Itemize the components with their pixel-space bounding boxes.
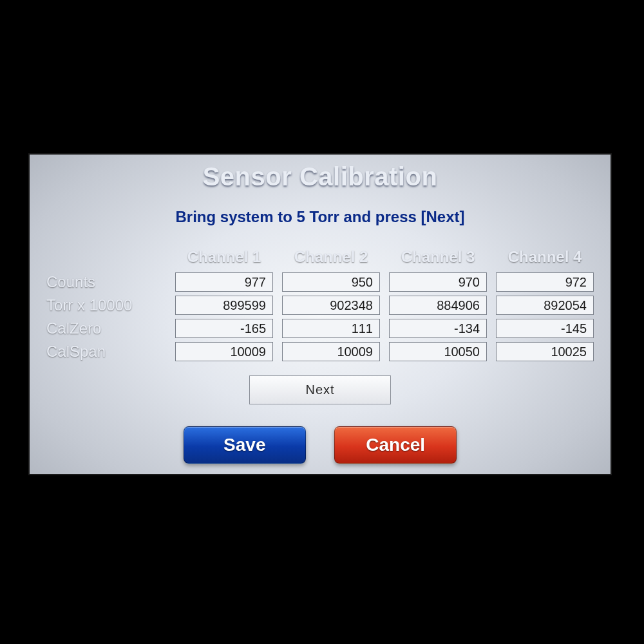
page-title: Sensor Calibration (43, 162, 598, 191)
calzero-ch1[interactable]: -165 (175, 319, 273, 338)
counts-ch2[interactable]: 950 (282, 272, 380, 292)
row-label-calspan: CalSpan (46, 343, 166, 361)
row-label-torr: Torr x 10000 (46, 296, 166, 314)
calspan-ch1[interactable]: 10009 (175, 342, 273, 361)
calzero-ch4[interactable]: -145 (496, 319, 594, 338)
counts-ch1[interactable]: 977 (175, 272, 273, 292)
cancel-button[interactable]: Cancel (334, 426, 457, 464)
row-label-calzero: CalZero (46, 319, 166, 337)
counts-ch4[interactable]: 972 (496, 272, 594, 292)
calspan-ch3[interactable]: 10050 (389, 342, 487, 361)
torr-ch4[interactable]: 892054 (496, 296, 594, 315)
calspan-ch4[interactable]: 10025 (496, 342, 594, 361)
calzero-ch2[interactable]: 111 (282, 319, 380, 338)
torr-ch2[interactable]: 902348 (282, 296, 380, 315)
col-header-channel-1: Channel 1 (175, 248, 273, 269)
calzero-ch3[interactable]: -134 (389, 319, 487, 338)
counts-ch3[interactable]: 970 (389, 272, 487, 292)
instruction-text: Bring system to 5 Torr and press [Next] (43, 208, 598, 226)
calibration-table: Channel 1 Channel 2 Channel 3 Channel 4 … (46, 248, 594, 361)
calspan-ch2[interactable]: 10009 (282, 342, 380, 361)
next-button[interactable]: Next (249, 375, 391, 404)
torr-ch1[interactable]: 899599 (175, 296, 273, 315)
save-button[interactable]: Save (184, 426, 306, 464)
col-header-channel-4: Channel 4 (496, 248, 594, 269)
col-header-channel-2: Channel 2 (282, 248, 380, 269)
torr-ch3[interactable]: 884906 (389, 296, 487, 315)
col-header-channel-3: Channel 3 (389, 248, 487, 269)
row-label-counts: Counts (46, 273, 166, 291)
calibration-screen: Sensor Calibration Bring system to 5 Tor… (28, 153, 612, 475)
